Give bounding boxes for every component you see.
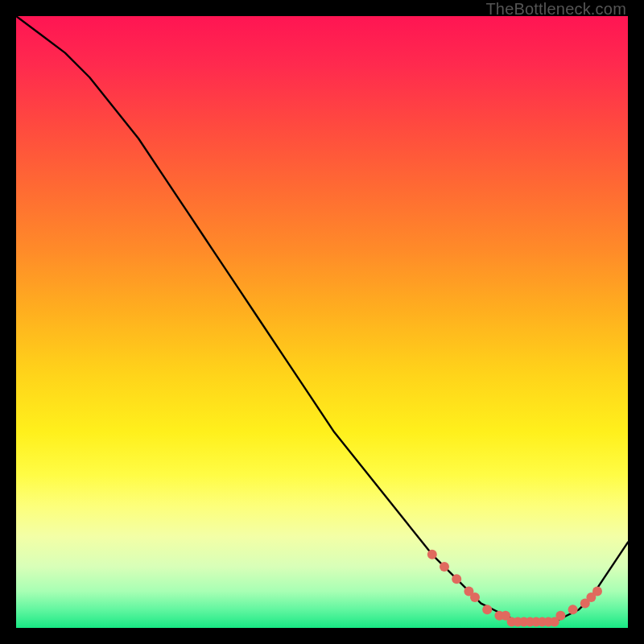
chart-marker [592, 586, 602, 596]
chart-frame: TheBottleneck.com [0, 0, 644, 644]
chart-marker [452, 574, 461, 584]
chart-marker [427, 550, 437, 559]
chart-plot-area [16, 16, 628, 628]
chart-overlay [16, 16, 628, 628]
chart-markers [427, 550, 602, 627]
chart-curve [16, 16, 628, 621]
chart-marker [470, 592, 480, 602]
chart-marker [568, 605, 578, 614]
chart-marker [482, 605, 492, 614]
chart-marker [555, 611, 565, 621]
chart-marker [440, 562, 449, 572]
